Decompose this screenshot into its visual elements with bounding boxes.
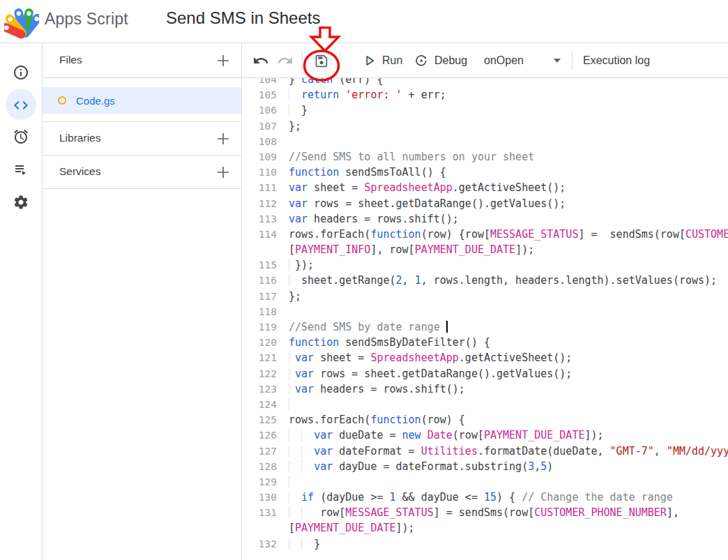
code-text	[277, 474, 301, 490]
code-line[interactable]: 106 }	[242, 103, 728, 118]
line-number: 109	[242, 149, 277, 165]
code-text: [PAYMENT_INFO], row[PAYMENT_DUE_DATE]);	[277, 242, 534, 257]
code-line[interactable]: 123 var headers = rows.shift();	[242, 381, 728, 397]
code-line[interactable]: 124	[242, 397, 728, 412]
run-button[interactable]: Run	[361, 52, 402, 69]
file-item-code-gs[interactable]: Code.gs	[43, 87, 241, 114]
code-line[interactable]: 127 var dateFormat = Utilities.formatDat…	[242, 444, 728, 459]
code-line[interactable]: 119//Send SMS by date range	[242, 319, 728, 335]
code-line[interactable]: 126 var dueDate = new Date(row[PAYMENT_D…	[242, 427, 728, 443]
line-number: 130	[242, 490, 277, 505]
plus-icon	[215, 52, 232, 69]
code-text: //Send SMS by date range	[277, 319, 448, 335]
line-number	[242, 520, 277, 536]
code-line[interactable]: 111var sheet = SpreadsheetApp.getActiveS…	[242, 180, 728, 195]
code-line[interactable]: [PAYMENT_INFO], row[PAYMENT_DUE_DATE]);	[242, 242, 728, 257]
code-line[interactable]: 121 var sheet = SpreadsheetApp.getActive…	[242, 350, 728, 365]
libraries-section: Libraries	[43, 122, 241, 156]
code-line[interactable]: 104} catch (err) {	[242, 78, 728, 87]
code-line[interactable]: 108	[242, 134, 728, 149]
plus-icon	[215, 130, 232, 147]
toolbar-divider	[340, 52, 340, 70]
code-line[interactable]: 117};	[242, 289, 728, 304]
sidebar-item-settings[interactable]	[10, 192, 31, 213]
code-line[interactable]: 120function sendSmsByDateFilter() {	[242, 335, 728, 350]
code-line[interactable]: 132 }	[242, 536, 728, 552]
redo-button[interactable]	[277, 52, 294, 69]
add-file-button[interactable]	[215, 52, 232, 69]
code-text: row[MESSAGE_STATUS] = sendSms(row[CUSTOM…	[277, 505, 679, 520]
code-editor[interactable]: 104} catch (err) {105 return 'error: ' +…	[242, 78, 728, 560]
code-line[interactable]: 125rows.forEach(function(row) {	[242, 412, 728, 427]
execution-log-button[interactable]: Execution log	[583, 52, 650, 69]
save-button[interactable]	[313, 52, 330, 69]
line-number: 128	[242, 459, 277, 474]
line-number: 117	[242, 289, 277, 304]
code-lines: 104} catch (err) {105 return 'error: ' +…	[242, 78, 728, 552]
code-text: };	[277, 289, 301, 304]
code-line[interactable]: 107};	[242, 119, 728, 134]
code-line[interactable]: 128 var dayDue = dateFormat.substring(3,…	[242, 459, 728, 474]
text-cursor	[446, 321, 448, 333]
toolbar-divider	[572, 52, 572, 70]
code-text: rows.forEach(function(row) {	[277, 412, 465, 427]
code-text: var dayDue = dateFormat.substring(3,5)	[277, 459, 553, 474]
code-line[interactable]: 131 row[MESSAGE_STATUS] = sendSms(row[CU…	[242, 505, 728, 520]
run-label: Run	[382, 54, 402, 67]
chevron-down-icon[interactable]	[554, 59, 561, 63]
sidebar-item-overview[interactable]	[10, 62, 31, 83]
info-icon	[13, 64, 29, 81]
line-number: 106	[242, 103, 277, 118]
code-text	[277, 304, 289, 319]
line-number: 114	[242, 227, 277, 242]
project-title: Send SMS in Sheets	[166, 8, 320, 28]
undo-button[interactable]	[252, 52, 269, 69]
code-line[interactable]: 114rows.forEach(function(row) {row[MESSA…	[242, 227, 728, 242]
execution-log-label: Execution log	[583, 54, 650, 67]
services-label: Services	[59, 165, 100, 178]
line-number: 111	[242, 180, 277, 195]
code-text: //Send SMS to all numbers on your sheet	[277, 149, 534, 165]
code-text: } catch (err) {	[277, 78, 383, 87]
function-selector[interactable]: onOpen	[484, 52, 524, 69]
editor-pane: Run Debug onOpen Execution log 104} catc…	[242, 43, 728, 560]
code-line[interactable]: 112var rows = sheet.getDataRange().getVa…	[242, 196, 728, 211]
app-header: Apps Script Send SMS in Sheets	[0, 0, 728, 43]
add-service-button[interactable]	[215, 164, 232, 181]
save-icon	[313, 52, 330, 69]
code-text	[277, 397, 295, 412]
line-number: 104	[242, 78, 277, 87]
line-number: 122	[242, 366, 277, 381]
redo-icon	[277, 52, 294, 69]
code-line[interactable]: 122 var rows = sheet.getDataRange().getV…	[242, 366, 728, 381]
code-line[interactable]: 130 if (dayDue >= 1 && dayDue <= 15) { /…	[242, 490, 728, 505]
code-line[interactable]: 113var headers = rows.shift();	[242, 211, 728, 227]
line-number: 125	[242, 412, 277, 427]
line-number: 108	[242, 134, 277, 149]
debug-button[interactable]: Debug	[414, 52, 467, 69]
code-text: rows.forEach(function(row) {row[MESSAGE_…	[277, 227, 728, 242]
code-line[interactable]: 118	[242, 304, 728, 319]
undo-icon	[252, 52, 269, 69]
code-line[interactable]: 129	[242, 474, 728, 490]
debug-label: Debug	[434, 54, 467, 67]
add-library-button[interactable]	[215, 130, 232, 147]
sidebar-item-editor[interactable]	[10, 95, 31, 116]
sidebar-item-executions[interactable]	[10, 159, 31, 180]
code-text: var sheet = SpreadsheetApp.getActiveShee…	[277, 350, 572, 365]
sidebar-item-triggers[interactable]	[10, 126, 31, 147]
code-text: var dueDate = new Date(row[PAYMENT_DUE_D…	[277, 427, 604, 443]
line-number: 118	[242, 304, 277, 319]
code-text: }	[277, 103, 308, 118]
play-icon	[361, 53, 377, 68]
code-line[interactable]: [PAYMENT_DUE_DATE]);	[242, 520, 728, 536]
file-name: Code.gs	[76, 95, 115, 107]
code-text: var headers = rows.shift();	[277, 211, 459, 227]
code-line[interactable]: 109//Send SMS to all numbers on your she…	[242, 149, 728, 165]
code-line[interactable]: 110function sendSmsToAll() {	[242, 165, 728, 180]
code-text: });	[277, 257, 314, 273]
code-line[interactable]: 116 sheet.getRange(2, 1, rows.length, he…	[242, 273, 728, 288]
code-text: var dateFormat = Utilities.formatDate(du…	[277, 444, 728, 459]
code-line[interactable]: 115 });	[242, 257, 728, 273]
code-line[interactable]: 105 return 'error: ' + err;	[242, 87, 728, 103]
